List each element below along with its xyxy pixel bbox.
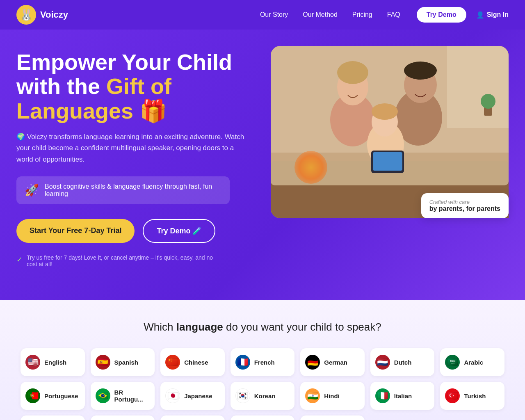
hero-image-bg bbox=[271, 46, 509, 218]
flag-korean: 🇰🇷 bbox=[235, 388, 250, 403]
flag-japanese: 🇯🇵 bbox=[165, 388, 180, 403]
lang-item-english[interactable]: 🇺🇸 English bbox=[21, 348, 85, 376]
languages-heading: Which language do you want your child to… bbox=[16, 321, 509, 333]
lang-item-norwegian[interactable]: 🇳🇴 Norwegian bbox=[91, 415, 155, 420]
svg-rect-14 bbox=[373, 152, 402, 171]
nav-link-faq[interactable]: FAQ bbox=[387, 11, 400, 18]
demo-button[interactable]: Try Demo 🧪 bbox=[143, 219, 215, 243]
lang-name: BR Portugu... bbox=[114, 389, 150, 403]
flag-chinese: 🇨🇳 bbox=[165, 355, 180, 370]
lang-name: German bbox=[324, 359, 347, 366]
hero-card: Crafted with care by parents, for parent… bbox=[421, 193, 509, 218]
hero-photo-svg bbox=[271, 46, 509, 218]
lang-item-swedish[interactable]: 🇸🇪 Swedish bbox=[21, 415, 85, 420]
lang-item-arabic[interactable]: 🇸🇦 Arabic bbox=[440, 348, 504, 376]
lang-item-danish[interactable]: 🇩🇰 Danish bbox=[160, 415, 225, 420]
lang-name: Portuguese bbox=[44, 393, 78, 399]
flag-german: 🇩🇪 bbox=[305, 355, 320, 370]
flag-portuguese: 🇵🇹 bbox=[25, 388, 40, 403]
lang-item-german[interactable]: 🇩🇪 German bbox=[300, 348, 365, 376]
lang-name: Arabic bbox=[464, 359, 483, 366]
lang-item-brportugu[interactable]: 🇧🇷 BR Portugu... bbox=[91, 382, 155, 410]
svg-point-17 bbox=[372, 103, 398, 120]
lang-item-spanish[interactable]: 🇪🇸 Spanish bbox=[91, 348, 155, 376]
nav-link-our-method[interactable]: Our Method bbox=[303, 11, 337, 18]
lang-item-korean[interactable]: 🇰🇷 Korean bbox=[231, 382, 295, 410]
logo-text: Voiczy bbox=[40, 9, 68, 20]
lang-name: Chinese bbox=[184, 359, 208, 366]
hero-section: Empower Your Child with the Gift of Lang… bbox=[0, 30, 525, 300]
lang-name: French bbox=[254, 359, 275, 366]
nav-links: Our StoryOur MethodPricingFAQ bbox=[260, 11, 400, 18]
lang-item-japanese[interactable]: 🇯🇵 Japanese bbox=[160, 382, 225, 410]
logo[interactable]: 🐰 Voiczy bbox=[16, 5, 68, 25]
flag-arabic: 🇸🇦 bbox=[445, 355, 460, 370]
lang-name: Italian bbox=[394, 393, 412, 399]
languages-section: Which language do you want your child to… bbox=[0, 300, 525, 420]
lang-name: Korean bbox=[254, 393, 276, 399]
flag-italian: 🇮🇹 bbox=[375, 388, 390, 403]
lang-name: Spanish bbox=[114, 359, 138, 366]
lang-item-polish[interactable]: 🇵🇱 Polish bbox=[231, 415, 295, 420]
flag-turkish: 🇹🇷 bbox=[445, 388, 460, 403]
lang-name: Dutch bbox=[394, 359, 412, 366]
hero-image-area: Crafted with care by parents, for parent… bbox=[262, 46, 509, 226]
flag-hindi: 🇮🇳 bbox=[305, 388, 320, 403]
languages-grid: 🇺🇸 English 🇪🇸 Spanish 🇨🇳 Chinese 🇫🇷 Fren… bbox=[21, 348, 504, 420]
hero-title: Empower Your Child with the Gift of Lang… bbox=[16, 50, 246, 123]
svg-point-19 bbox=[481, 94, 495, 109]
rocket-icon: 🚀 bbox=[25, 183, 39, 197]
flag-french: 🇫🇷 bbox=[235, 355, 250, 370]
svg-rect-2 bbox=[447, 46, 509, 128]
nav-try-demo-button[interactable]: Try Demo bbox=[417, 7, 466, 23]
navbar: 🐰 Voiczy Our StoryOur MethodPricingFAQ T… bbox=[0, 0, 525, 30]
checkmark-icon: ✓ bbox=[16, 255, 23, 264]
lang-item-portuguese[interactable]: 🇵🇹 Portuguese bbox=[21, 382, 85, 410]
nav-signin-button[interactable]: 👤 Sign In bbox=[476, 11, 509, 19]
hero-subtitle: 🌍 Voiczy transforms language learning in… bbox=[16, 131, 246, 165]
svg-point-15 bbox=[337, 61, 368, 84]
nav-link-our-story[interactable]: Our Story bbox=[260, 11, 288, 18]
lang-name: English bbox=[44, 359, 66, 366]
lang-item-hindi[interactable]: 🇮🇳 Hindi bbox=[300, 382, 365, 410]
nav-link-pricing[interactable]: Pricing bbox=[352, 11, 372, 18]
lang-item-chinese[interactable]: 🇨🇳 Chinese bbox=[160, 348, 225, 376]
lang-item-turkish[interactable]: 🇹🇷 Turkish bbox=[440, 382, 504, 410]
lang-item-dutch[interactable]: 🇳🇱 Dutch bbox=[370, 348, 435, 376]
hero-note: ✓ Try us free for 7 days! Love it, or ca… bbox=[16, 254, 213, 267]
person-icon: 👤 bbox=[476, 11, 484, 19]
lang-name: Hindi bbox=[324, 393, 340, 399]
lang-name: Turkish bbox=[464, 393, 486, 399]
flag-english: 🇺🇸 bbox=[25, 355, 40, 370]
flag-spanish: 🇪🇸 bbox=[96, 355, 110, 370]
hero-photo bbox=[271, 46, 509, 218]
hero-content: Empower Your Child with the Gift of Lang… bbox=[16, 50, 246, 267]
hero-feature-box: 🚀 Boost cognitive skills & language flue… bbox=[16, 176, 230, 204]
lang-name: Japanese bbox=[184, 393, 212, 399]
svg-point-16 bbox=[404, 62, 437, 80]
hero-buttons: Start Your Free 7-Day Trial Try Demo 🧪 bbox=[16, 219, 246, 243]
lang-item-french[interactable]: 🇫🇷 French bbox=[231, 348, 295, 376]
lang-item-italian[interactable]: 🇮🇹 Italian bbox=[370, 382, 435, 410]
trial-button[interactable]: Start Your Free 7-Day Trial bbox=[16, 219, 135, 243]
lang-item-finnish[interactable]: 🇫🇮 Finnish bbox=[300, 415, 365, 420]
flag-dutch: 🇳🇱 bbox=[375, 355, 390, 370]
logo-icon: 🐰 bbox=[16, 5, 36, 25]
flag-br portugu...: 🇧🇷 bbox=[96, 388, 110, 403]
